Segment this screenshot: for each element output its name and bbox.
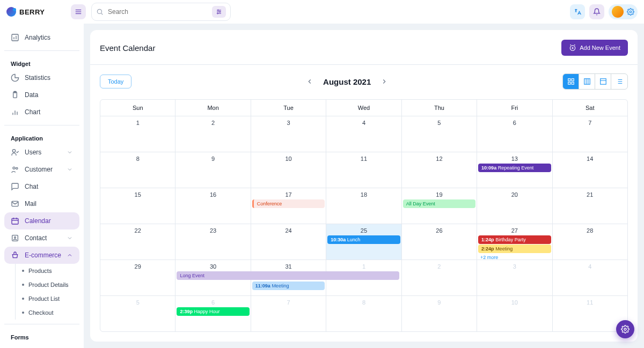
- calendar-cell[interactable]: 15: [100, 188, 175, 224]
- date-number: 26: [402, 225, 477, 235]
- calendar-cell[interactable]: 19All Day Event: [402, 188, 477, 224]
- calendar-cell[interactable]: 22: [100, 224, 175, 260]
- add-event-button[interactable]: Add New Event: [561, 40, 628, 56]
- profile-button[interactable]: [609, 4, 638, 19]
- sidebar-subitem-products[interactable]: Products: [16, 264, 79, 278]
- search-input[interactable]: [108, 8, 208, 16]
- calendar-cell[interactable]: 28: [553, 224, 627, 260]
- calendar-cell[interactable]: 11: [326, 152, 401, 188]
- date-number: 1: [326, 261, 401, 271]
- calendar-cell[interactable]: 8: [326, 296, 401, 331]
- calendar-cell[interactable]: 2: [402, 260, 477, 295]
- sidebar-item-calendar[interactable]: Calendar: [4, 212, 79, 229]
- svg-line-35: [570, 45, 572, 45]
- view-day-button[interactable]: [595, 74, 611, 89]
- calendar-cell[interactable]: 14: [553, 152, 627, 188]
- calendar-event[interactable]: 10:30a Lunch: [327, 235, 400, 244]
- sidebar-item-statistics[interactable]: Statistics: [4, 69, 79, 86]
- calendar-cell[interactable]: 6: [477, 116, 552, 152]
- date-number: 4: [553, 261, 627, 271]
- sidebar-item-users[interactable]: Users: [4, 144, 79, 161]
- sidebar-subitem-product-details[interactable]: Product Details: [16, 278, 79, 292]
- chevron-up-icon: [67, 252, 73, 258]
- calendar-cell[interactable]: 3: [477, 260, 552, 295]
- calendar-cell[interactable]: 5: [402, 116, 477, 152]
- sidebar-item-data[interactable]: Data: [4, 86, 79, 103]
- calendar-event[interactable]: Long Event: [177, 271, 399, 280]
- calendar-cell[interactable]: 21: [553, 188, 627, 224]
- calendar-cell[interactable]: 5: [100, 296, 175, 331]
- calendar-cell[interactable]: 10: [251, 152, 326, 188]
- view-week-button[interactable]: [579, 74, 595, 89]
- grid-icon: [567, 78, 575, 85]
- calendar-cell[interactable]: 1: [100, 116, 175, 152]
- prev-month-button[interactable]: [304, 76, 316, 87]
- brand-logo[interactable]: BERRY: [6, 7, 71, 17]
- notifications-button[interactable]: [589, 4, 604, 19]
- menu-toggle-button[interactable]: [71, 4, 86, 19]
- sidebar-item-components[interactable]: Components: [4, 343, 79, 348]
- calendar-cell[interactable]: 12: [402, 152, 477, 188]
- calendar-cell[interactable]: 20: [477, 188, 552, 224]
- sidebar-item-contact[interactable]: Contact: [4, 229, 79, 247]
- search-filter-button[interactable]: [212, 6, 226, 18]
- svg-line-36: [574, 45, 575, 45]
- sidebar-item-customer[interactable]: Customer: [4, 161, 79, 178]
- sidebar-label: E-commerce: [25, 251, 61, 259]
- calendar-cell[interactable]: 29: [100, 260, 175, 295]
- language-button[interactable]: [570, 4, 585, 19]
- list-icon: [616, 78, 623, 85]
- mail-icon: [11, 199, 19, 208]
- sidebar-item-mail[interactable]: Mail: [4, 195, 79, 212]
- calendar-event[interactable]: 1:24p Birthday Party: [478, 235, 551, 244]
- calendar-cell[interactable]: 8: [100, 152, 175, 188]
- calendar-event[interactable]: All Day Event: [403, 199, 475, 208]
- settings-fab[interactable]: [616, 320, 634, 338]
- calendar-cell[interactable]: 18: [326, 188, 401, 224]
- next-month-button[interactable]: [378, 76, 390, 87]
- calendar-event[interactable]: 2:39p Happy Hour: [177, 307, 249, 316]
- calendar-cell[interactable]: 4: [553, 260, 627, 295]
- sidebar-item-analytics[interactable]: Analytics: [4, 29, 79, 46]
- calendar-event[interactable]: 10:09a Repeating Event: [478, 164, 551, 172]
- calendar-cell[interactable]: 7: [553, 116, 627, 152]
- calendar-cell[interactable]: 26: [402, 224, 477, 260]
- calendar-cell[interactable]: 1310:09a Repeating Event: [477, 152, 552, 188]
- calendar-cell[interactable]: 4: [326, 116, 401, 152]
- calendar-cell[interactable]: 62:39p Happy Hour: [175, 296, 251, 331]
- calendar-cell[interactable]: 271:24p Birthday Party2:24p Meeting+2 mo…: [477, 224, 552, 260]
- svg-point-21: [13, 167, 15, 169]
- calendar-cell[interactable]: 17Conference: [251, 188, 326, 224]
- calendar-cell[interactable]: 24: [251, 224, 326, 260]
- calendar-cell[interactable]: 9: [175, 152, 251, 188]
- sidebar-item-ecommerce[interactable]: E-commerce: [4, 247, 79, 264]
- calendar-cell[interactable]: 10: [477, 296, 552, 331]
- chevron-down-icon: [67, 166, 73, 173]
- calendar-cell[interactable]: 2510:30a Lunch: [326, 224, 401, 260]
- sidebar-item-chat[interactable]: Chat: [4, 178, 79, 195]
- calendar-cell[interactable]: 30Long Event: [175, 260, 251, 295]
- calendar-event[interactable]: 11:09a Meeting: [252, 282, 325, 290]
- calendar-cell[interactable]: 9: [402, 296, 477, 331]
- contact-icon: [11, 234, 19, 242]
- search-box[interactable]: [91, 3, 231, 21]
- date-number: 21: [553, 189, 627, 199]
- calendar-event[interactable]: 2:24p Meeting: [478, 245, 551, 253]
- calendar-cell[interactable]: 23: [175, 224, 251, 260]
- sidebar-subitem-product-list[interactable]: Product List: [16, 292, 79, 306]
- sidebar-item-chart[interactable]: Chart: [4, 103, 79, 121]
- date-number: 20: [477, 189, 552, 199]
- date-number: 25: [326, 225, 401, 235]
- view-agenda-button[interactable]: [611, 74, 627, 89]
- sidebar-subitem-checkout[interactable]: Checkout: [16, 306, 79, 320]
- today-button[interactable]: Today: [100, 75, 131, 88]
- calendar-cell[interactable]: 2: [175, 116, 251, 152]
- date-number: 30: [175, 261, 250, 271]
- calendar-cell[interactable]: 16: [175, 188, 251, 224]
- svg-rect-12: [12, 34, 18, 41]
- calendar-cell[interactable]: 3: [251, 116, 326, 152]
- calendar-cell[interactable]: 7: [251, 296, 326, 331]
- view-month-button[interactable]: [563, 74, 579, 89]
- date-number: 14: [553, 153, 627, 163]
- calendar-event[interactable]: Conference: [252, 199, 325, 208]
